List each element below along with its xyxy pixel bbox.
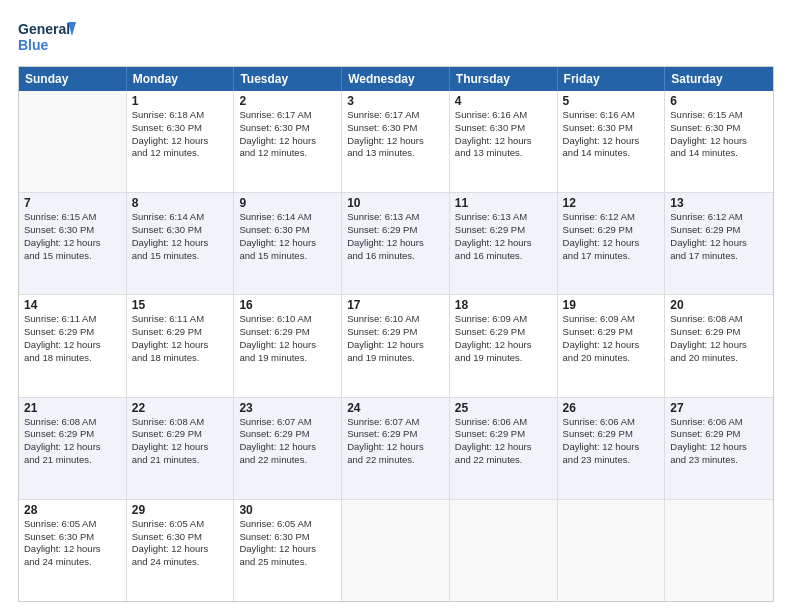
svg-text:Blue: Blue [18,37,49,53]
day-number: 18 [455,298,552,312]
day-number: 9 [239,196,336,210]
day-cell-17: 17Sunrise: 6:10 AM Sunset: 6:29 PM Dayli… [342,295,450,396]
header: GeneralBlue [18,18,774,56]
day-number: 4 [455,94,552,108]
day-cell-27: 27Sunrise: 6:06 AM Sunset: 6:29 PM Dayli… [665,398,773,499]
day-cell-25: 25Sunrise: 6:06 AM Sunset: 6:29 PM Dayli… [450,398,558,499]
day-info: Sunrise: 6:16 AM Sunset: 6:30 PM Dayligh… [455,109,552,160]
day-info: Sunrise: 6:05 AM Sunset: 6:30 PM Dayligh… [24,518,121,569]
day-number: 25 [455,401,552,415]
day-number: 24 [347,401,444,415]
day-cell-2: 2Sunrise: 6:17 AM Sunset: 6:30 PM Daylig… [234,91,342,192]
day-cell-6: 6Sunrise: 6:15 AM Sunset: 6:30 PM Daylig… [665,91,773,192]
day-number: 11 [455,196,552,210]
day-info: Sunrise: 6:12 AM Sunset: 6:29 PM Dayligh… [670,211,768,262]
empty-cell [558,500,666,601]
day-number: 3 [347,94,444,108]
calendar-row-1: 7Sunrise: 6:15 AM Sunset: 6:30 PM Daylig… [19,193,773,295]
day-cell-19: 19Sunrise: 6:09 AM Sunset: 6:29 PM Dayli… [558,295,666,396]
day-cell-21: 21Sunrise: 6:08 AM Sunset: 6:29 PM Dayli… [19,398,127,499]
day-info: Sunrise: 6:08 AM Sunset: 6:29 PM Dayligh… [670,313,768,364]
day-cell-29: 29Sunrise: 6:05 AM Sunset: 6:30 PM Dayli… [127,500,235,601]
calendar-body: 1Sunrise: 6:18 AM Sunset: 6:30 PM Daylig… [19,91,773,601]
calendar-header: SundayMondayTuesdayWednesdayThursdayFrid… [19,67,773,91]
page: GeneralBlue SundayMondayTuesdayWednesday… [0,0,792,612]
day-number: 6 [670,94,768,108]
day-number: 2 [239,94,336,108]
day-info: Sunrise: 6:17 AM Sunset: 6:30 PM Dayligh… [239,109,336,160]
day-number: 7 [24,196,121,210]
day-cell-13: 13Sunrise: 6:12 AM Sunset: 6:29 PM Dayli… [665,193,773,294]
day-info: Sunrise: 6:05 AM Sunset: 6:30 PM Dayligh… [132,518,229,569]
day-info: Sunrise: 6:06 AM Sunset: 6:29 PM Dayligh… [455,416,552,467]
logo-svg: GeneralBlue [18,18,78,56]
day-cell-11: 11Sunrise: 6:13 AM Sunset: 6:29 PM Dayli… [450,193,558,294]
day-number: 26 [563,401,660,415]
weekday-header-sunday: Sunday [19,67,127,91]
day-cell-5: 5Sunrise: 6:16 AM Sunset: 6:30 PM Daylig… [558,91,666,192]
day-number: 19 [563,298,660,312]
day-cell-8: 8Sunrise: 6:14 AM Sunset: 6:30 PM Daylig… [127,193,235,294]
day-number: 29 [132,503,229,517]
day-cell-1: 1Sunrise: 6:18 AM Sunset: 6:30 PM Daylig… [127,91,235,192]
day-number: 14 [24,298,121,312]
day-cell-12: 12Sunrise: 6:12 AM Sunset: 6:29 PM Dayli… [558,193,666,294]
day-info: Sunrise: 6:09 AM Sunset: 6:29 PM Dayligh… [455,313,552,364]
day-info: Sunrise: 6:15 AM Sunset: 6:30 PM Dayligh… [670,109,768,160]
day-info: Sunrise: 6:14 AM Sunset: 6:30 PM Dayligh… [239,211,336,262]
day-info: Sunrise: 6:17 AM Sunset: 6:30 PM Dayligh… [347,109,444,160]
calendar: SundayMondayTuesdayWednesdayThursdayFrid… [18,66,774,602]
empty-cell [665,500,773,601]
day-number: 20 [670,298,768,312]
day-number: 5 [563,94,660,108]
day-cell-10: 10Sunrise: 6:13 AM Sunset: 6:29 PM Dayli… [342,193,450,294]
day-info: Sunrise: 6:13 AM Sunset: 6:29 PM Dayligh… [347,211,444,262]
day-info: Sunrise: 6:10 AM Sunset: 6:29 PM Dayligh… [239,313,336,364]
day-cell-9: 9Sunrise: 6:14 AM Sunset: 6:30 PM Daylig… [234,193,342,294]
day-number: 13 [670,196,768,210]
calendar-row-0: 1Sunrise: 6:18 AM Sunset: 6:30 PM Daylig… [19,91,773,193]
logo: GeneralBlue [18,18,78,56]
day-cell-16: 16Sunrise: 6:10 AM Sunset: 6:29 PM Dayli… [234,295,342,396]
weekday-header-thursday: Thursday [450,67,558,91]
day-number: 15 [132,298,229,312]
day-cell-4: 4Sunrise: 6:16 AM Sunset: 6:30 PM Daylig… [450,91,558,192]
day-number: 12 [563,196,660,210]
day-info: Sunrise: 6:09 AM Sunset: 6:29 PM Dayligh… [563,313,660,364]
day-cell-3: 3Sunrise: 6:17 AM Sunset: 6:30 PM Daylig… [342,91,450,192]
day-cell-26: 26Sunrise: 6:06 AM Sunset: 6:29 PM Dayli… [558,398,666,499]
weekday-header-friday: Friday [558,67,666,91]
day-cell-28: 28Sunrise: 6:05 AM Sunset: 6:30 PM Dayli… [19,500,127,601]
day-cell-30: 30Sunrise: 6:05 AM Sunset: 6:30 PM Dayli… [234,500,342,601]
day-info: Sunrise: 6:06 AM Sunset: 6:29 PM Dayligh… [670,416,768,467]
day-info: Sunrise: 6:16 AM Sunset: 6:30 PM Dayligh… [563,109,660,160]
day-cell-23: 23Sunrise: 6:07 AM Sunset: 6:29 PM Dayli… [234,398,342,499]
day-number: 1 [132,94,229,108]
day-number: 28 [24,503,121,517]
day-number: 16 [239,298,336,312]
day-info: Sunrise: 6:10 AM Sunset: 6:29 PM Dayligh… [347,313,444,364]
day-number: 8 [132,196,229,210]
day-cell-7: 7Sunrise: 6:15 AM Sunset: 6:30 PM Daylig… [19,193,127,294]
day-info: Sunrise: 6:07 AM Sunset: 6:29 PM Dayligh… [239,416,336,467]
day-info: Sunrise: 6:06 AM Sunset: 6:29 PM Dayligh… [563,416,660,467]
day-cell-15: 15Sunrise: 6:11 AM Sunset: 6:29 PM Dayli… [127,295,235,396]
day-number: 22 [132,401,229,415]
weekday-header-monday: Monday [127,67,235,91]
day-info: Sunrise: 6:08 AM Sunset: 6:29 PM Dayligh… [24,416,121,467]
day-number: 10 [347,196,444,210]
day-info: Sunrise: 6:11 AM Sunset: 6:29 PM Dayligh… [24,313,121,364]
day-info: Sunrise: 6:08 AM Sunset: 6:29 PM Dayligh… [132,416,229,467]
day-info: Sunrise: 6:15 AM Sunset: 6:30 PM Dayligh… [24,211,121,262]
day-info: Sunrise: 6:12 AM Sunset: 6:29 PM Dayligh… [563,211,660,262]
weekday-header-wednesday: Wednesday [342,67,450,91]
day-cell-22: 22Sunrise: 6:08 AM Sunset: 6:29 PM Dayli… [127,398,235,499]
day-number: 27 [670,401,768,415]
day-cell-20: 20Sunrise: 6:08 AM Sunset: 6:29 PM Dayli… [665,295,773,396]
svg-text:General: General [18,21,70,37]
weekday-header-saturday: Saturday [665,67,773,91]
day-info: Sunrise: 6:11 AM Sunset: 6:29 PM Dayligh… [132,313,229,364]
day-info: Sunrise: 6:18 AM Sunset: 6:30 PM Dayligh… [132,109,229,160]
day-info: Sunrise: 6:13 AM Sunset: 6:29 PM Dayligh… [455,211,552,262]
empty-cell [19,91,127,192]
